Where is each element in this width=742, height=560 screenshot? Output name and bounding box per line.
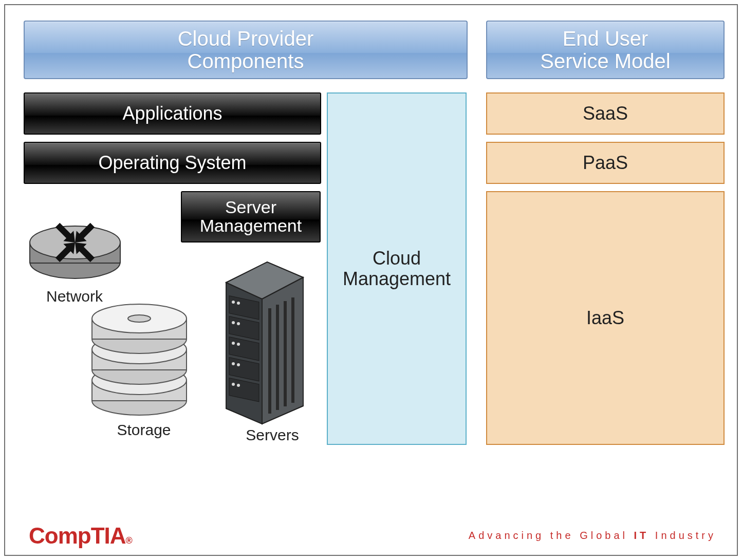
svg-point-36	[232, 362, 235, 365]
svg-point-31	[237, 302, 240, 305]
svg-point-35	[237, 343, 240, 346]
comptia-logo-text: CompTIA	[29, 523, 126, 548]
header-cloud-provider-components: Cloud ProviderComponents	[24, 21, 468, 79]
service-model-saas-label: SaaS	[583, 103, 628, 124]
svg-point-30	[232, 301, 235, 304]
tagline-suffix: bal	[605, 530, 634, 541]
svg-point-33	[237, 322, 240, 325]
svg-point-37	[237, 363, 240, 366]
service-model-iaas: IaaS	[486, 191, 725, 445]
diagram-frame: Cloud ProviderComponents End UserService…	[4, 4, 738, 556]
layer-operating-system: Operating System	[24, 142, 321, 184]
layer-cloud-management: CloudManagement	[327, 92, 467, 445]
comptia-logo: CompTIA®	[29, 523, 132, 549]
service-model-paas-label: PaaS	[583, 152, 628, 174]
tagline-mid: o	[596, 530, 605, 541]
network-router-icon	[24, 200, 126, 288]
service-model-saas: SaaS	[486, 92, 725, 135]
header-end-user-service-model-label: End UserService Model	[540, 27, 670, 72]
svg-point-38	[232, 383, 235, 386]
layer-applications: Applications	[24, 92, 321, 135]
layer-cloud-management-label: CloudManagement	[343, 248, 451, 289]
storage-disks-icon	[85, 303, 193, 421]
service-model-paas: PaaS	[486, 142, 725, 184]
server-rack-icon	[211, 252, 313, 426]
layer-server-management: ServerManagement	[181, 191, 321, 242]
storage-label: Storage	[108, 421, 180, 439]
header-cloud-provider-components-label: Cloud ProviderComponents	[178, 27, 314, 72]
layer-operating-system-label: Operating System	[98, 152, 246, 174]
tagline-bold: IT	[634, 530, 650, 541]
comptia-logo-dot: ®	[126, 535, 132, 546]
tagline-prefix: Advancing the Gl	[469, 530, 596, 541]
svg-point-32	[232, 321, 235, 324]
servers-label: Servers	[236, 426, 308, 444]
service-model-iaas-label: IaaS	[586, 307, 624, 329]
svg-point-39	[237, 384, 240, 387]
network-label: Network	[36, 288, 113, 305]
svg-point-34	[232, 342, 235, 345]
tagline-end: Industry	[649, 530, 716, 541]
layer-server-management-label: ServerManagement	[200, 198, 302, 235]
page: Cloud ProviderComponents End UserService…	[0, 0, 742, 560]
header-end-user-service-model: End UserService Model	[486, 21, 725, 79]
tagline: Advancing the Global IT Industry	[469, 530, 716, 542]
svg-point-16	[128, 315, 151, 322]
layer-applications-label: Applications	[122, 103, 222, 124]
